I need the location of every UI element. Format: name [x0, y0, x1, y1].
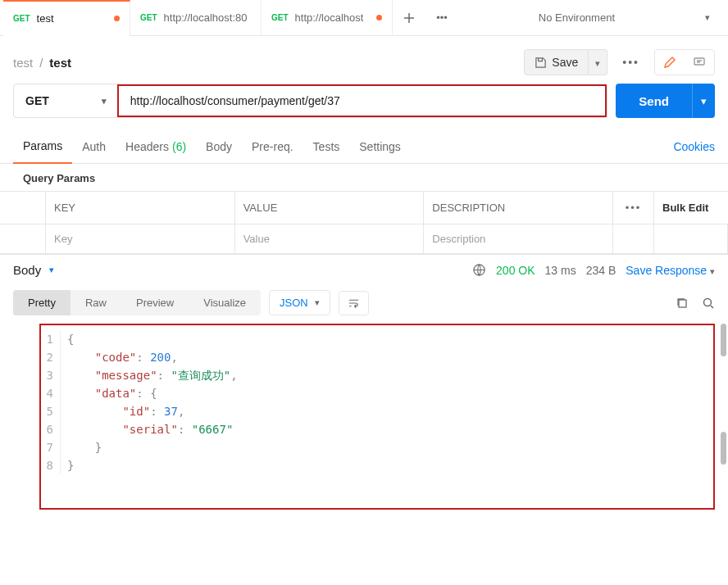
tab-bar: GET test GET http://localhost:80 GET htt… — [0, 0, 728, 36]
search-icon — [702, 297, 715, 310]
tab-headers[interactable]: Headers (6) — [116, 129, 196, 164]
save-button-group: Save ▾ — [524, 49, 607, 75]
svg-rect-2 — [679, 300, 686, 307]
breadcrumb-collection: test — [13, 56, 33, 70]
send-dropdown-button[interactable]: ▾ — [692, 84, 715, 118]
tab-tests[interactable]: Tests — [303, 129, 350, 164]
query-params-title: Query Params — [0, 164, 728, 191]
build-mode-button[interactable] — [655, 50, 685, 75]
qp-key-input[interactable] — [54, 233, 226, 245]
comment-icon — [693, 56, 706, 69]
qp-checkbox-header — [0, 192, 46, 224]
query-params-header: KEY VALUE DESCRIPTION ••• Bulk Edit — [0, 191, 728, 224]
scrollbar-thumb[interactable] — [721, 324, 726, 356]
tab-prereq[interactable]: Pre-req. — [242, 129, 303, 164]
chevron-down-icon: ▾ — [102, 96, 107, 107]
response-size: 234 B — [586, 264, 617, 277]
wrap-lines-button[interactable] — [339, 291, 369, 315]
view-preview[interactable]: Preview — [121, 290, 189, 315]
request-row: GET ▾ Send ▾ — [0, 84, 728, 129]
method-label: GET — [25, 94, 49, 107]
response-time: 13 ms — [545, 264, 576, 277]
bulk-edit-button[interactable]: Bulk Edit — [654, 192, 728, 224]
breadcrumb-separator: / — [39, 56, 43, 70]
copy-icon — [676, 297, 689, 310]
chevron-down-icon: ▾ — [710, 266, 715, 277]
breadcrumb-name: test — [49, 56, 71, 70]
qp-checkbox[interactable] — [0, 224, 46, 253]
save-icon — [535, 57, 547, 69]
view-pretty[interactable]: Pretty — [13, 290, 71, 315]
send-button[interactable]: Send — [616, 84, 692, 118]
svg-rect-0 — [694, 58, 704, 65]
tab-0[interactable]: GET test — [3, 0, 130, 36]
save-label: Save — [552, 56, 578, 69]
breadcrumb[interactable]: test / test — [13, 56, 71, 70]
query-param-row — [0, 224, 728, 254]
tab-title: test — [37, 12, 54, 25]
chevron-down-icon: ▾ — [595, 58, 600, 69]
qp-col-desc: DESCRIPTION — [424, 192, 613, 224]
response-status-code: 200 OK — [496, 264, 535, 277]
modified-dot-icon — [114, 16, 120, 21]
save-dropdown-button[interactable]: ▾ — [589, 49, 607, 75]
tab-params[interactable]: Params — [13, 129, 72, 164]
tab-title: http://localhost — [295, 11, 364, 24]
format-selector[interactable]: JSON ▾ — [269, 290, 330, 315]
chevron-down-icon: ▾ — [705, 12, 710, 23]
scrollbar-thumb[interactable] — [721, 432, 726, 465]
modified-dot-icon — [376, 15, 382, 20]
method-selector[interactable]: GET ▾ — [14, 84, 119, 117]
tab-method: GET — [271, 13, 289, 22]
tab-body[interactable]: Body — [196, 129, 242, 164]
qp-col-more[interactable]: ••• — [613, 192, 654, 224]
chevron-down-icon: ▾ — [701, 95, 707, 107]
tab-method: GET — [13, 14, 30, 23]
view-visualize[interactable]: Visualize — [189, 290, 261, 315]
tab-settings[interactable]: Settings — [349, 129, 411, 164]
request-tabs: Params Auth Headers (6) Body Pre-req. Te… — [0, 129, 728, 164]
save-button[interactable]: Save — [524, 49, 589, 75]
copy-response-button[interactable] — [676, 297, 689, 310]
qp-value-input[interactable] — [243, 233, 416, 245]
format-label: JSON — [280, 297, 308, 309]
tab-title: http://localhost:80 — [164, 11, 248, 24]
environment-selector[interactable]: No Environment ▾ — [521, 11, 725, 24]
qp-desc-input[interactable] — [432, 233, 604, 245]
globe-icon[interactable] — [472, 263, 486, 277]
chevron-down-icon: ▾ — [315, 297, 320, 308]
code-editor[interactable]: 1{2 "code": 200,3 "message": "查询成功",4 "d… — [41, 325, 713, 479]
search-response-button[interactable] — [702, 297, 715, 310]
url-input[interactable] — [119, 94, 606, 107]
environment-label: No Environment — [539, 11, 615, 24]
new-tab-button[interactable] — [393, 12, 425, 24]
qp-col-key: KEY — [46, 192, 235, 224]
tab-method: GET — [140, 13, 157, 22]
response-header: Body ▾ 200 OK 13 ms 234 B Save Response … — [0, 254, 728, 285]
request-title-row: test / test Save ▾ ••• — [0, 36, 728, 84]
response-view-tabs: Pretty Raw Preview Visualize JSON ▾ — [0, 285, 728, 324]
comment-mode-button[interactable] — [685, 50, 714, 75]
qp-col-value: VALUE — [235, 192, 425, 224]
view-mode-group — [654, 49, 715, 75]
view-raw[interactable]: Raw — [71, 290, 121, 315]
response-body: 1{2 "code": 200,3 "message": "查询成功",4 "d… — [39, 324, 715, 510]
chevron-down-icon[interactable]: ▾ — [49, 265, 54, 275]
response-body-label[interactable]: Body — [13, 263, 41, 277]
save-response-button[interactable]: Save Response ▾ — [626, 264, 715, 277]
tab-auth[interactable]: Auth — [72, 129, 116, 164]
svg-point-3 — [704, 298, 712, 306]
wrap-icon — [348, 297, 360, 309]
cookies-link[interactable]: Cookies — [673, 140, 715, 153]
request-more-button[interactable]: ••• — [617, 51, 644, 74]
tab-2[interactable]: GET http://localhost — [262, 0, 393, 36]
tab-overflow-button[interactable]: ••• — [425, 11, 458, 24]
pencil-icon — [663, 56, 676, 69]
method-url-group: GET ▾ — [13, 84, 607, 118]
tab-1[interactable]: GET http://localhost:80 — [130, 0, 262, 36]
